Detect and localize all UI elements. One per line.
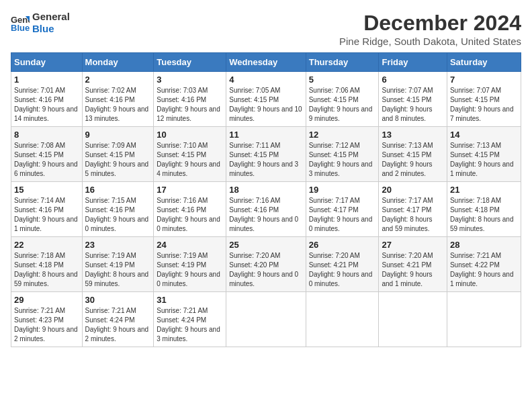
day-cell: 13 Sunrise: 7:13 AM Sunset: 4:15 PM Dayl… (379, 127, 447, 182)
day-info: Sunrise: 7:18 AM Sunset: 4:18 PM Dayligh… (450, 196, 518, 234)
day-cell: 30 Sunrise: 7:21 AM Sunset: 4:24 PM Dayl… (82, 292, 154, 347)
logo-icon: General Blue (11, 13, 30, 32)
header-cell-tuesday: Tuesday (154, 53, 226, 72)
day-cell: 3 Sunrise: 7:03 AM Sunset: 4:16 PM Dayli… (154, 72, 226, 127)
day-cell: 8 Sunrise: 7:08 AM Sunset: 4:15 PM Dayli… (11, 127, 83, 182)
day-info: Sunrise: 7:01 AM Sunset: 4:16 PM Dayligh… (14, 86, 79, 124)
header-row: SundayMondayTuesdayWednesdayThursdayFrid… (11, 53, 521, 72)
day-cell (379, 292, 447, 347)
header-cell-friday: Friday (379, 53, 447, 72)
svg-text:Blue: Blue (11, 23, 30, 32)
day-number: 4 (229, 75, 302, 85)
day-cell: 19 Sunrise: 7:17 AM Sunset: 4:17 PM Dayl… (306, 182, 379, 237)
day-number: 2 (85, 75, 151, 85)
day-number: 11 (229, 130, 302, 140)
day-number: 22 (14, 240, 79, 250)
day-info: Sunrise: 7:14 AM Sunset: 4:16 PM Dayligh… (14, 196, 79, 234)
header: General Blue General Blue December 2024 … (11, 11, 521, 47)
week-row-5: 29 Sunrise: 7:21 AM Sunset: 4:23 PM Dayl… (11, 292, 521, 347)
day-cell: 27 Sunrise: 7:20 AM Sunset: 4:21 PM Dayl… (379, 237, 447, 292)
day-cell: 31 Sunrise: 7:21 AM Sunset: 4:24 PM Dayl… (154, 292, 226, 347)
day-number: 5 (309, 75, 376, 85)
calendar-table: SundayMondayTuesdayWednesdayThursdayFrid… (11, 52, 521, 347)
day-info: Sunrise: 7:21 AM Sunset: 4:24 PM Dayligh… (85, 306, 151, 344)
header-cell-monday: Monday (82, 53, 154, 72)
logo-text-line2: Blue (32, 23, 70, 35)
day-info: Sunrise: 7:09 AM Sunset: 4:15 PM Dayligh… (85, 141, 151, 179)
day-cell: 20 Sunrise: 7:17 AM Sunset: 4:17 PM Dayl… (379, 182, 447, 237)
day-cell: 10 Sunrise: 7:10 AM Sunset: 4:15 PM Dayl… (154, 127, 226, 182)
day-info: Sunrise: 7:16 AM Sunset: 4:16 PM Dayligh… (229, 196, 302, 234)
header-cell-sunday: Sunday (11, 53, 83, 72)
day-cell (306, 292, 379, 347)
header-cell-thursday: Thursday (306, 53, 379, 72)
day-cell: 14 Sunrise: 7:13 AM Sunset: 4:15 PM Dayl… (447, 127, 521, 182)
page-title: December 2024 (339, 11, 521, 36)
day-cell: 2 Sunrise: 7:02 AM Sunset: 4:16 PM Dayli… (82, 72, 154, 127)
day-cell: 6 Sunrise: 7:07 AM Sunset: 4:15 PM Dayli… (379, 72, 447, 127)
day-number: 24 (157, 240, 223, 250)
day-number: 20 (382, 185, 443, 195)
day-info: Sunrise: 7:06 AM Sunset: 4:15 PM Dayligh… (309, 86, 376, 124)
day-cell: 26 Sunrise: 7:20 AM Sunset: 4:21 PM Dayl… (306, 237, 379, 292)
day-cell: 15 Sunrise: 7:14 AM Sunset: 4:16 PM Dayl… (11, 182, 83, 237)
day-info: Sunrise: 7:08 AM Sunset: 4:15 PM Dayligh… (14, 141, 79, 179)
day-cell: 5 Sunrise: 7:06 AM Sunset: 4:15 PM Dayli… (306, 72, 379, 127)
day-info: Sunrise: 7:21 AM Sunset: 4:22 PM Dayligh… (450, 251, 518, 289)
day-number: 28 (450, 240, 518, 250)
day-info: Sunrise: 7:13 AM Sunset: 4:15 PM Dayligh… (450, 141, 518, 179)
day-cell (226, 292, 306, 347)
day-cell (447, 292, 521, 347)
day-info: Sunrise: 7:13 AM Sunset: 4:15 PM Dayligh… (382, 141, 443, 179)
day-info: Sunrise: 7:21 AM Sunset: 4:23 PM Dayligh… (14, 306, 79, 344)
day-number: 23 (85, 240, 151, 250)
day-info: Sunrise: 7:17 AM Sunset: 4:17 PM Dayligh… (309, 196, 376, 234)
day-number: 17 (157, 185, 223, 195)
header-cell-wednesday: Wednesday (226, 53, 306, 72)
day-number: 30 (85, 295, 151, 305)
day-info: Sunrise: 7:02 AM Sunset: 4:16 PM Dayligh… (85, 86, 151, 124)
day-number: 29 (14, 295, 79, 305)
day-cell: 9 Sunrise: 7:09 AM Sunset: 4:15 PM Dayli… (82, 127, 154, 182)
day-cell: 28 Sunrise: 7:21 AM Sunset: 4:22 PM Dayl… (447, 237, 521, 292)
day-number: 18 (229, 185, 302, 195)
day-info: Sunrise: 7:18 AM Sunset: 4:18 PM Dayligh… (14, 251, 79, 289)
day-cell: 21 Sunrise: 7:18 AM Sunset: 4:18 PM Dayl… (447, 182, 521, 237)
day-cell: 1 Sunrise: 7:01 AM Sunset: 4:16 PM Dayli… (11, 72, 83, 127)
day-info: Sunrise: 7:19 AM Sunset: 4:19 PM Dayligh… (85, 251, 151, 289)
day-cell: 18 Sunrise: 7:16 AM Sunset: 4:16 PM Dayl… (226, 182, 306, 237)
day-number: 27 (382, 240, 443, 250)
day-cell: 17 Sunrise: 7:16 AM Sunset: 4:16 PM Dayl… (154, 182, 226, 237)
day-cell: 11 Sunrise: 7:11 AM Sunset: 4:15 PM Dayl… (226, 127, 306, 182)
day-number: 7 (450, 75, 518, 85)
page-subtitle: Pine Ridge, South Dakota, United States (339, 36, 521, 47)
day-number: 13 (382, 130, 443, 140)
day-number: 1 (14, 75, 79, 85)
day-number: 19 (309, 185, 376, 195)
day-cell: 12 Sunrise: 7:12 AM Sunset: 4:15 PM Dayl… (306, 127, 379, 182)
day-info: Sunrise: 7:15 AM Sunset: 4:16 PM Dayligh… (85, 196, 151, 234)
day-number: 12 (309, 130, 376, 140)
day-cell: 25 Sunrise: 7:20 AM Sunset: 4:20 PM Dayl… (226, 237, 306, 292)
day-cell: 16 Sunrise: 7:15 AM Sunset: 4:16 PM Dayl… (82, 182, 154, 237)
day-number: 8 (14, 130, 79, 140)
day-info: Sunrise: 7:21 AM Sunset: 4:24 PM Dayligh… (157, 306, 223, 344)
day-info: Sunrise: 7:16 AM Sunset: 4:16 PM Dayligh… (157, 196, 223, 234)
day-info: Sunrise: 7:20 AM Sunset: 4:20 PM Dayligh… (229, 251, 302, 289)
day-cell: 4 Sunrise: 7:05 AM Sunset: 4:15 PM Dayli… (226, 72, 306, 127)
day-cell: 7 Sunrise: 7:07 AM Sunset: 4:15 PM Dayli… (447, 72, 521, 127)
day-cell: 24 Sunrise: 7:19 AM Sunset: 4:19 PM Dayl… (154, 237, 226, 292)
day-number: 10 (157, 130, 223, 140)
day-number: 3 (157, 75, 223, 85)
day-info: Sunrise: 7:07 AM Sunset: 4:15 PM Dayligh… (450, 86, 518, 124)
week-row-1: 1 Sunrise: 7:01 AM Sunset: 4:16 PM Dayli… (11, 72, 521, 127)
week-row-3: 15 Sunrise: 7:14 AM Sunset: 4:16 PM Dayl… (11, 182, 521, 237)
week-row-2: 8 Sunrise: 7:08 AM Sunset: 4:15 PM Dayli… (11, 127, 521, 182)
day-info: Sunrise: 7:07 AM Sunset: 4:15 PM Dayligh… (382, 86, 443, 124)
week-row-4: 22 Sunrise: 7:18 AM Sunset: 4:18 PM Dayl… (11, 237, 521, 292)
day-number: 26 (309, 240, 376, 250)
header-cell-saturday: Saturday (447, 53, 521, 72)
logo: General Blue General Blue (11, 11, 70, 35)
day-cell: 23 Sunrise: 7:19 AM Sunset: 4:19 PM Dayl… (82, 237, 154, 292)
day-number: 16 (85, 185, 151, 195)
